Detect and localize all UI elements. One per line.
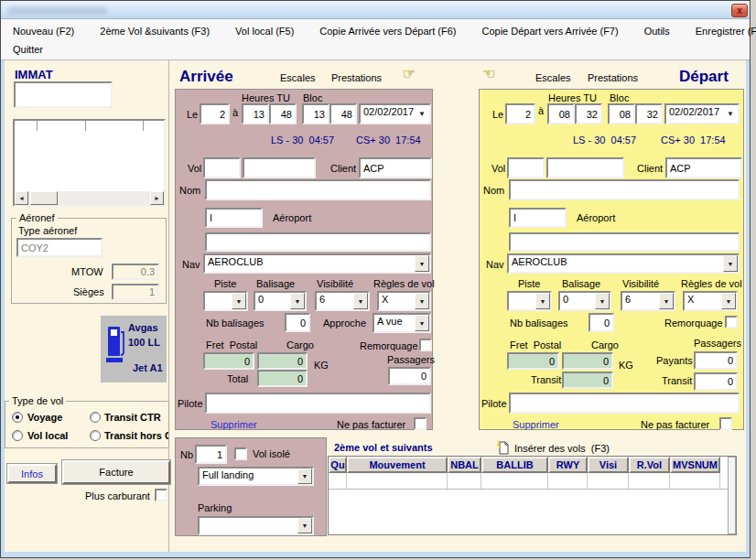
depart-transit-input[interactable] bbox=[694, 372, 738, 391]
arrivee-regles-combobox[interactable]: X ▼ bbox=[377, 291, 431, 311]
aircraft-listbox[interactable]: ◄ ► bbox=[13, 119, 166, 207]
chevron-down-icon[interactable]: ▼ bbox=[595, 293, 610, 309]
menu-enregistrer[interactable]: Enregistrer (F8) bbox=[693, 25, 756, 38]
arrivee-approche-combobox[interactable]: A vue ▼ bbox=[373, 313, 431, 333]
arrivee-client-input[interactable] bbox=[359, 157, 432, 178]
depart-hour-input[interactable] bbox=[547, 103, 575, 124]
depart-bloc-minute-input[interactable] bbox=[635, 103, 663, 124]
radio-voyage[interactable] bbox=[12, 412, 23, 423]
depart-remorquage-checkbox[interactable] bbox=[725, 316, 738, 328]
grid-header-nbal[interactable]: NBAL bbox=[448, 457, 481, 473]
depart-prestations-link[interactable]: Prestations bbox=[588, 72, 638, 83]
radio-vol-local[interactable] bbox=[12, 430, 23, 441]
scroll-left-icon[interactable]: ◄ bbox=[15, 191, 28, 205]
depart-day-input[interactable] bbox=[505, 103, 535, 124]
vol-isole-checkbox[interactable] bbox=[234, 447, 247, 460]
depart-nb-balisages-input[interactable] bbox=[589, 313, 614, 332]
arrivee-bloc-minute-input[interactable] bbox=[329, 103, 357, 124]
arrivee-escales-link[interactable]: Escales bbox=[280, 72, 316, 83]
arrivee-pilote-input[interactable] bbox=[205, 393, 431, 414]
close-button[interactable]: x bbox=[731, 4, 748, 17]
scroll-right-icon[interactable]: ► bbox=[150, 191, 164, 205]
chevron-down-icon[interactable]: ▼ bbox=[290, 293, 305, 309]
arrivee-hour-input[interactable] bbox=[242, 103, 269, 124]
infos-button[interactable]: Infos bbox=[7, 464, 57, 483]
grid-header-qu[interactable]: Qu bbox=[329, 457, 347, 473]
type-aeronef-input[interactable] bbox=[16, 238, 103, 257]
depart-visibilite-combobox[interactable]: 6 ▼ bbox=[621, 291, 675, 311]
radio-transit-ctr[interactable] bbox=[90, 412, 101, 423]
chevron-down-icon[interactable]: ▼ bbox=[535, 293, 550, 309]
chevron-down-icon[interactable]: ▼ bbox=[723, 105, 738, 123]
arrivee-aeroport-code-input[interactable] bbox=[205, 208, 263, 228]
arrivee-aeroport-name-input[interactable] bbox=[205, 232, 431, 252]
grid-empty-row[interactable] bbox=[329, 473, 736, 490]
chevron-down-icon[interactable]: ▼ bbox=[415, 293, 429, 309]
chevron-down-icon[interactable]: ▼ bbox=[297, 518, 312, 533]
menu-quitter[interactable]: Quitter bbox=[10, 43, 46, 56]
inserer-des-vols-link[interactable]: Insérer des vols (F3) bbox=[514, 443, 610, 454]
arrivee-balisage-combobox[interactable]: 0 ▼ bbox=[254, 291, 307, 311]
new-document-icon[interactable] bbox=[497, 440, 510, 455]
arrivee-vol-input-1[interactable] bbox=[203, 157, 241, 178]
depart-ne-pas-facturer-checkbox[interactable] bbox=[719, 417, 732, 430]
arrivee-remorquage-checkbox[interactable] bbox=[419, 339, 432, 351]
chevron-down-icon[interactable]: ▼ bbox=[297, 468, 312, 484]
arrivee-visibilite-combobox[interactable]: 6 ▼ bbox=[315, 291, 370, 311]
arrivee-nav-combobox[interactable]: AEROCLUB ▼ bbox=[203, 253, 431, 274]
immat-input[interactable] bbox=[14, 81, 113, 108]
plus-carburant-checkbox[interactable] bbox=[155, 489, 167, 501]
scrollbar-thumb[interactable] bbox=[30, 191, 58, 205]
arrivee-vol-input-2[interactable] bbox=[243, 157, 316, 178]
depart-bloc-hour-input[interactable] bbox=[608, 103, 635, 124]
depart-piste-combobox[interactable]: ▼ bbox=[507, 291, 552, 311]
arrivee-piste-combobox[interactable]: ▼ bbox=[203, 291, 248, 311]
grid-header-mouvement[interactable]: Mouvement bbox=[347, 457, 448, 473]
arrivee-supprimer-link[interactable]: Supprimer bbox=[211, 419, 257, 430]
arrivee-prestations-link[interactable]: Prestations bbox=[331, 72, 382, 83]
depart-date-picker[interactable]: 02/02/2017 ▼ bbox=[664, 103, 740, 124]
depart-minute-input[interactable] bbox=[575, 103, 602, 124]
menu-2eme-vol-suivants[interactable]: 2ème Vol &suivants (F3) bbox=[97, 25, 212, 38]
menu-nouveau[interactable]: Nouveau (F2) bbox=[10, 25, 77, 38]
depart-pilote-input[interactable] bbox=[509, 393, 740, 414]
title-bar[interactable]: x bbox=[1, 1, 750, 19]
depart-vol-input-1[interactable] bbox=[507, 157, 545, 178]
depart-balisage-combobox[interactable]: 0 ▼ bbox=[558, 291, 611, 311]
depart-aeroport-code-input[interactable] bbox=[509, 208, 567, 228]
grid-header-ballib[interactable]: BALLIB bbox=[481, 457, 548, 473]
arrivee-bloc-hour-input[interactable] bbox=[302, 103, 329, 124]
depart-nav-combobox[interactable]: AEROCLUB ▼ bbox=[507, 253, 740, 274]
chevron-down-icon[interactable]: ▼ bbox=[232, 293, 246, 309]
grid-header-mvsnum[interactable]: MVSNUM bbox=[670, 457, 720, 473]
arrivee-passagers-input[interactable] bbox=[388, 367, 431, 385]
arrivee-nom-input[interactable] bbox=[205, 179, 431, 200]
depart-payants-input[interactable] bbox=[694, 351, 738, 370]
depart-supprimer-link[interactable]: Supprimer bbox=[513, 419, 559, 430]
chevron-down-icon[interactable]: ▼ bbox=[415, 315, 429, 331]
depart-client-input[interactable] bbox=[665, 157, 742, 178]
arrivee-date-picker[interactable]: 02/02/2017 ▼ bbox=[359, 103, 431, 124]
arrivee-ne-pas-facturer-checkbox[interactable] bbox=[414, 417, 427, 430]
grid-vscrollbar[interactable] bbox=[728, 457, 736, 534]
landing-combobox[interactable]: Full landing ▼ bbox=[198, 467, 314, 486]
arrivee-nb-balisages-input[interactable] bbox=[285, 313, 310, 332]
depart-nom-input[interactable] bbox=[509, 179, 740, 200]
chevron-down-icon[interactable]: ▼ bbox=[659, 293, 674, 309]
chevron-down-icon[interactable]: ▼ bbox=[415, 105, 429, 123]
facture-button[interactable]: Facture bbox=[62, 460, 170, 484]
menu-copie-arrivee-vers-depart[interactable]: Copie Arrivée vers Départ (F6) bbox=[317, 25, 459, 38]
nb-input[interactable] bbox=[195, 445, 227, 464]
menu-vol-local[interactable]: Vol local (F5) bbox=[232, 25, 297, 38]
chevron-down-icon[interactable]: ▼ bbox=[353, 293, 368, 309]
grid-header-visi[interactable]: Visi bbox=[588, 457, 629, 473]
depart-vol-input-2[interactable] bbox=[546, 157, 624, 178]
chevron-down-icon[interactable]: ▼ bbox=[721, 293, 736, 309]
chevron-down-icon[interactable]: ▼ bbox=[723, 255, 738, 272]
arrivee-day-input[interactable] bbox=[200, 103, 230, 124]
grid-header-rvol[interactable]: R.Vol bbox=[629, 457, 670, 473]
listbox-hscrollbar[interactable]: ◄ ► bbox=[15, 191, 164, 205]
menu-outils[interactable]: Outils bbox=[642, 25, 673, 38]
parking-combobox[interactable]: ▼ bbox=[198, 516, 314, 535]
radio-transit-hors-ctr[interactable] bbox=[90, 430, 101, 441]
